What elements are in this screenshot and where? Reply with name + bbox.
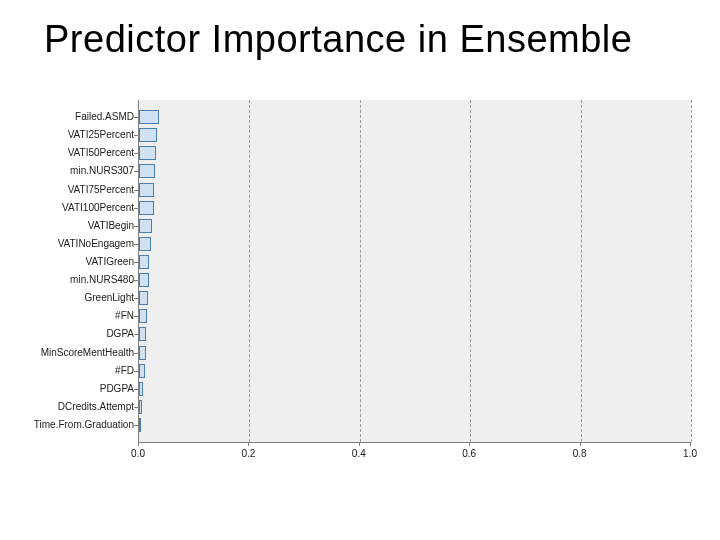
bar bbox=[139, 128, 157, 142]
x-tick-label: 0.2 bbox=[241, 448, 255, 459]
y-tick-label: min.NURS307 bbox=[70, 166, 134, 176]
y-tick-label: GreenLight bbox=[85, 293, 134, 303]
bar bbox=[139, 146, 156, 160]
bar bbox=[139, 382, 143, 396]
x-tick-label: 0.8 bbox=[573, 448, 587, 459]
bar bbox=[139, 400, 142, 414]
x-tick-mark bbox=[469, 442, 470, 446]
bar bbox=[139, 183, 154, 197]
x-tick-label: 0.6 bbox=[462, 448, 476, 459]
bar bbox=[139, 219, 152, 233]
bar bbox=[139, 309, 147, 323]
x-tick-label: 0.0 bbox=[131, 448, 145, 459]
x-axis-ticks: 0.00.20.40.60.81.0 bbox=[138, 442, 690, 466]
grid-line bbox=[470, 100, 471, 442]
x-tick-mark bbox=[138, 442, 139, 446]
x-tick-label: 1.0 bbox=[683, 448, 697, 459]
y-tick-label: VATINoEngagem bbox=[58, 239, 134, 249]
bar bbox=[139, 364, 145, 378]
y-tick-label: Failed.ASMD bbox=[75, 112, 134, 122]
x-tick-mark bbox=[690, 442, 691, 446]
bar bbox=[139, 237, 151, 251]
grid-line bbox=[360, 100, 361, 442]
bar bbox=[139, 327, 146, 341]
bar bbox=[139, 110, 159, 124]
bar bbox=[139, 255, 149, 269]
y-tick-label: VATIGreen bbox=[85, 257, 134, 267]
bar bbox=[139, 201, 154, 215]
y-tick-label: min.NURS480 bbox=[70, 275, 134, 285]
grid-line bbox=[691, 100, 692, 442]
y-axis-labels: Failed.ASMDVATI25PercentVATI50Percentmin… bbox=[30, 100, 134, 442]
y-tick-label: DCredits.Attempt bbox=[58, 402, 134, 412]
grid-line bbox=[249, 100, 250, 442]
bar bbox=[139, 346, 146, 360]
y-tick-label: VATI100Percent bbox=[62, 203, 134, 213]
page-title: Predictor Importance in Ensemble bbox=[44, 18, 632, 61]
bar bbox=[139, 164, 155, 178]
y-tick-label: #FN bbox=[115, 311, 134, 321]
grid-line bbox=[581, 100, 582, 442]
bar bbox=[139, 418, 141, 432]
x-tick-mark bbox=[359, 442, 360, 446]
y-tick-label: MinScoreMentHealth bbox=[41, 348, 134, 358]
y-tick-label: DGPA bbox=[106, 329, 134, 339]
bar bbox=[139, 291, 148, 305]
chart: Failed.ASMDVATI25PercentVATI50Percentmin… bbox=[30, 100, 690, 480]
bars-layer bbox=[139, 100, 691, 442]
x-tick-mark bbox=[580, 442, 581, 446]
slide: Predictor Importance in Ensemble Failed.… bbox=[0, 0, 720, 540]
y-tick-label: #FD bbox=[115, 366, 134, 376]
y-tick-label: VATI50Percent bbox=[68, 148, 134, 158]
y-tick-label: VATI75Percent bbox=[68, 185, 134, 195]
y-tick-label: PDGPA bbox=[100, 384, 134, 394]
plot-area bbox=[138, 100, 691, 443]
y-tick-label: VATI25Percent bbox=[68, 130, 134, 140]
bar bbox=[139, 273, 149, 287]
y-tick-label: Time.From.Graduation bbox=[34, 420, 134, 430]
x-tick-mark bbox=[248, 442, 249, 446]
y-tick-label: VATIBegin bbox=[88, 221, 134, 231]
x-tick-label: 0.4 bbox=[352, 448, 366, 459]
